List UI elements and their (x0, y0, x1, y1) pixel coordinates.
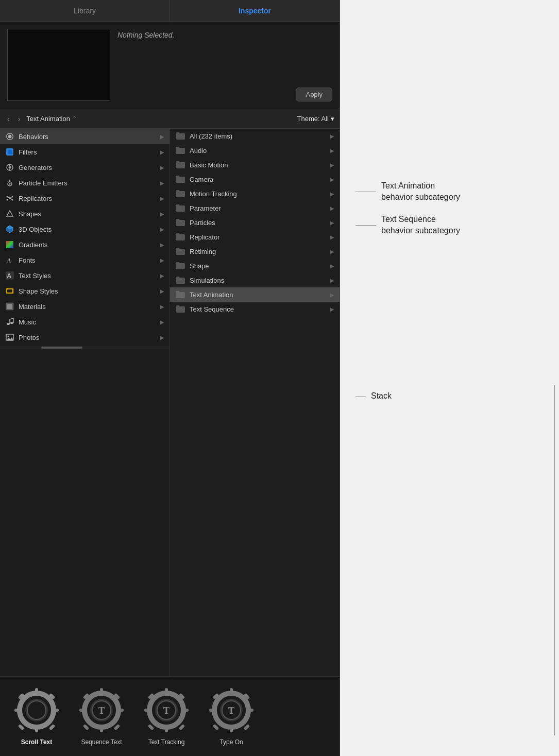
subcat-audio-arrow-icon: ▶ (330, 148, 334, 153)
subcat-shape-label: Shape (190, 262, 209, 270)
subcat-text-sequence[interactable]: Text Sequence ▶ (170, 302, 340, 316)
subcat-all[interactable]: All (232 items) ▶ (170, 129, 340, 143)
subcat-parameter-label: Parameter (190, 204, 221, 212)
svg-point-30 (7, 323, 10, 325)
photos-icon (5, 333, 14, 342)
scroll-text-label: Scroll Text (21, 738, 52, 746)
behaviors-arrow-icon: ▶ (160, 134, 164, 140)
svg-rect-41 (53, 709, 59, 712)
svg-rect-27 (7, 289, 12, 293)
subcat-particles-arrow-icon: ▶ (330, 220, 334, 226)
svg-rect-66 (179, 724, 185, 731)
folder-shape-icon (175, 262, 185, 270)
category-item-generators[interactable]: Generators ▶ (0, 160, 170, 175)
category-item-materials[interactable]: Materials ▶ (0, 299, 170, 314)
tab-inspector[interactable]: Inspector (170, 0, 340, 21)
type-on-gear-icon: T (208, 687, 255, 733)
svg-rect-40 (14, 709, 21, 712)
subcat-simulations-arrow-icon: ▶ (330, 278, 334, 283)
svg-text:T: T (228, 706, 234, 716)
nav-back-button[interactable]: ‹ (5, 114, 12, 124)
text-animation-annotation: Text Animationbehavior subcategory (355, 180, 460, 203)
preview-item-sequence-text[interactable]: T Sequence Text (73, 687, 130, 746)
folder-simulations-icon (175, 276, 185, 284)
nav-theme-selector[interactable]: Theme: All ▾ (297, 115, 334, 123)
category-item-gradients[interactable]: Gradients ▶ (0, 237, 170, 252)
sequence-text-label: Sequence Text (81, 738, 122, 746)
shape-styles-arrow-icon: ▶ (160, 288, 164, 294)
folder-all-icon (175, 132, 185, 140)
category-item-fonts[interactable]: A Fonts ▶ (0, 252, 170, 268)
subcat-parameter[interactable]: Parameter ▶ (170, 201, 340, 215)
subcat-particles-label: Particles (190, 219, 215, 227)
category-item-shapes[interactable]: Shapes ▶ (0, 206, 170, 221)
svg-rect-55 (114, 724, 121, 731)
folder-basic-motion-icon (175, 161, 185, 169)
category-item-text-styles[interactable]: A Text Styles ▶ (0, 268, 170, 283)
subcat-basic-motion-label: Basic Motion (190, 161, 228, 169)
stack-line (554, 385, 555, 735)
shape-styles-label: Shape Styles (19, 287, 156, 295)
svg-rect-44 (18, 724, 25, 731)
svg-rect-2 (8, 150, 12, 154)
photos-arrow-icon: ▶ (160, 335, 164, 340)
preview-item-type-on[interactable]: T Type On (203, 687, 260, 746)
replicators-arrow-icon: ▶ (160, 196, 164, 201)
subcat-replicator[interactable]: Replicator ▶ (170, 230, 340, 244)
svg-text:A: A (7, 272, 12, 280)
folder-parameter-icon (175, 204, 185, 212)
svg-text:T: T (163, 706, 170, 716)
svg-rect-54 (83, 724, 90, 731)
svg-rect-51 (117, 709, 124, 712)
filters-label: Filters (19, 148, 156, 156)
text-sequence-annotation: Text Sequencebehavior subcategory (355, 214, 460, 237)
subcat-particles[interactable]: Particles ▶ (170, 215, 340, 230)
category-item-filters[interactable]: Filters ▶ (0, 144, 170, 160)
category-item-behaviors[interactable]: Behaviors ▶ (0, 129, 170, 144)
category-item-shape-styles[interactable]: Shape Styles ▶ (0, 283, 170, 299)
subcat-text-animation[interactable]: Text Animation ▶ (170, 287, 340, 302)
category-item-replicators[interactable]: Replicators ▶ (0, 191, 170, 206)
folder-audio-icon (175, 146, 185, 154)
nav-title[interactable]: Text Animation ⌃ (26, 115, 77, 123)
svg-marker-19 (7, 211, 13, 216)
category-item-particle-emitters[interactable]: Particle Emitters ▶ (0, 175, 170, 191)
subcat-retiming[interactable]: Retiming ▶ (170, 244, 340, 259)
preview-item-scroll-text[interactable]: Scroll Text (8, 687, 65, 746)
folder-retiming-icon (175, 247, 185, 255)
subcat-audio[interactable]: Audio ▶ (170, 143, 340, 158)
preview-items-area: Scroll Text (0, 676, 340, 756)
category-item-music[interactable]: Music ▶ (0, 314, 170, 330)
behaviors-label: Behaviors (19, 133, 156, 141)
particle-emitters-icon (5, 178, 14, 187)
music-icon (5, 317, 14, 327)
fonts-label: Fonts (19, 256, 156, 264)
replicators-label: Replicators (19, 195, 156, 202)
shapes-label: Shapes (19, 210, 156, 218)
nav-theme-chevron-icon: ▾ (331, 115, 334, 123)
folder-text-animation-icon (175, 290, 185, 299)
svg-rect-62 (182, 709, 189, 712)
preview-item-text-tracking[interactable]: T Text Tracking (138, 687, 195, 746)
folder-particles-icon (175, 218, 185, 227)
svg-rect-77 (244, 724, 250, 731)
fonts-arrow-icon: ▶ (160, 257, 164, 263)
category-item-3d-objects[interactable]: 3D Objects ▶ (0, 221, 170, 237)
apply-button[interactable]: Apply (296, 88, 332, 101)
subcat-motion-tracking[interactable]: Motion Tracking ▶ (170, 186, 340, 201)
nav-title-text: Text Animation (26, 115, 70, 123)
svg-rect-61 (144, 709, 150, 712)
tab-library[interactable]: Library (0, 0, 170, 21)
subcat-simulations[interactable]: Simulations ▶ (170, 273, 340, 287)
svg-point-31 (10, 322, 13, 324)
svg-rect-39 (35, 726, 38, 732)
subcat-basic-motion[interactable]: Basic Motion ▶ (170, 158, 340, 172)
subcat-camera[interactable]: Camera ▶ (170, 172, 340, 186)
svg-rect-50 (79, 709, 86, 712)
text-styles-arrow-icon: ▶ (160, 273, 164, 279)
nav-forward-button[interactable]: › (16, 114, 23, 124)
category-item-photos[interactable]: Photos ▶ (0, 330, 170, 345)
nothing-selected-label: Nothing Selected. (117, 31, 332, 39)
materials-label: Materials (19, 303, 156, 311)
subcat-shape[interactable]: Shape ▶ (170, 259, 340, 273)
